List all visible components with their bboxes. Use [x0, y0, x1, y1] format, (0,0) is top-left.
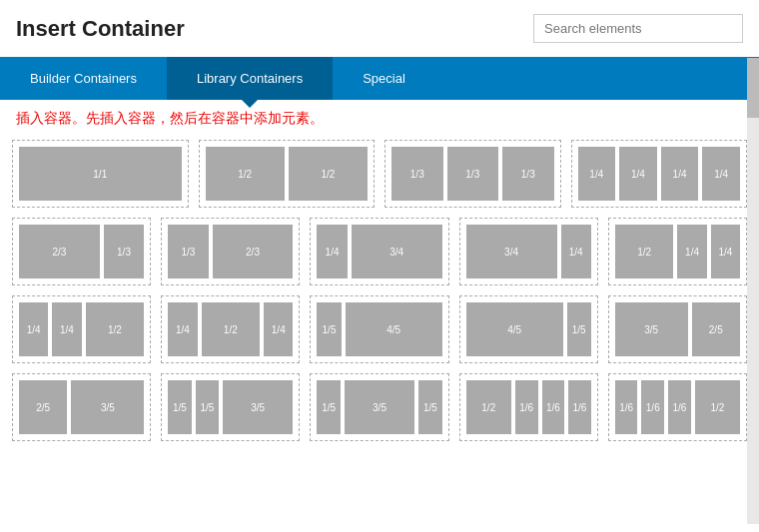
col-block: 1/6: [515, 380, 538, 434]
col-block: 2/5: [692, 302, 740, 356]
col-block: 2/5: [19, 380, 67, 434]
col-block: 1/3: [104, 225, 144, 278]
scrollbar-thumb[interactable]: [747, 58, 759, 118]
container-option-1-2[interactable]: 1/43/4: [310, 218, 448, 285]
tab-library-containers[interactable]: Library Containers: [167, 57, 333, 100]
col-block: 1/5: [418, 380, 441, 434]
container-option-3-0[interactable]: 2/53/5: [12, 373, 151, 441]
tabs-bar: Builder Containers Library Containers Sp…: [0, 57, 759, 100]
tab-special[interactable]: Special: [333, 57, 435, 100]
col-block: 3/5: [71, 380, 144, 434]
col-block: 3/4: [466, 225, 557, 278]
col-block: 1/6: [641, 380, 664, 434]
col-block: 1/4: [677, 225, 706, 278]
col-block: 1/5: [168, 380, 191, 434]
col-block: 1/5: [317, 302, 341, 356]
container-option-2-1[interactable]: 1/41/21/4: [161, 295, 300, 363]
col-block: 3/4: [352, 225, 442, 278]
col-block: 2/3: [19, 225, 100, 278]
search-input[interactable]: [533, 14, 743, 43]
container-option-0-0[interactable]: 1/1: [12, 140, 189, 208]
page-title: Insert Container: [16, 16, 185, 42]
col-block: 1/5: [317, 380, 340, 434]
col-block: 3/5: [223, 380, 293, 434]
col-block: 1/4: [264, 302, 293, 356]
grid-row-0: 1/11/21/21/31/31/31/41/41/41/4: [12, 140, 747, 208]
col-block: 1/5: [196, 380, 219, 434]
col-block: 3/5: [345, 380, 414, 434]
col-block: 1/4: [168, 302, 197, 356]
col-block: 1/2: [466, 380, 511, 434]
col-block: 2/3: [213, 225, 294, 278]
col-block: 1/3: [502, 147, 554, 201]
col-block: 1/2: [289, 147, 368, 201]
container-option-0-1[interactable]: 1/21/2: [199, 140, 376, 208]
container-option-2-0[interactable]: 1/41/41/2: [12, 295, 151, 363]
col-block: 1/2: [615, 225, 674, 278]
container-option-2-4[interactable]: 3/52/5: [608, 295, 747, 363]
col-block: 1/4: [578, 147, 616, 201]
col-block: 1/1: [19, 147, 182, 201]
container-option-0-2[interactable]: 1/31/31/3: [384, 140, 561, 208]
header: Insert Container: [0, 0, 759, 57]
col-block: 1/2: [206, 147, 285, 201]
scrollbar-track[interactable]: [747, 58, 759, 524]
col-block: 1/4: [619, 147, 657, 201]
col-block: 1/3: [447, 147, 499, 201]
container-option-1-4[interactable]: 1/21/41/4: [608, 218, 747, 285]
col-block: 1/4: [19, 302, 48, 356]
container-option-2-2[interactable]: 1/54/5: [310, 295, 448, 363]
container-option-0-3[interactable]: 1/41/41/41/4: [571, 140, 748, 208]
col-block: 1/4: [561, 225, 591, 278]
container-option-2-3[interactable]: 4/51/5: [459, 295, 598, 363]
col-block: 1/2: [202, 302, 261, 356]
container-option-3-2[interactable]: 1/53/51/5: [310, 373, 448, 441]
container-option-1-1[interactable]: 1/32/3: [161, 218, 300, 285]
instruction-text: 插入容器。先插入容器，然后在容器中添加元素。: [0, 100, 759, 134]
col-block: 1/2: [695, 380, 740, 434]
container-option-1-0[interactable]: 2/31/3: [12, 218, 151, 285]
col-block: 1/5: [567, 302, 591, 356]
col-block: 1/6: [568, 380, 591, 434]
col-block: 1/3: [168, 225, 208, 278]
col-block: 1/4: [702, 147, 740, 201]
col-block: 1/6: [542, 380, 565, 434]
col-block: 1/4: [52, 302, 81, 356]
col-block: 1/2: [86, 302, 145, 356]
container-option-3-4[interactable]: 1/61/61/61/2: [608, 373, 747, 441]
container-option-1-3[interactable]: 3/41/4: [459, 218, 598, 285]
col-block: 1/3: [391, 147, 443, 201]
grid-row-3: 2/53/51/51/53/51/53/51/51/21/61/61/61/61…: [12, 373, 747, 441]
col-block: 1/6: [668, 380, 691, 434]
grid-row-1: 2/31/31/32/31/43/43/41/41/21/41/4: [12, 218, 747, 285]
col-block: 1/4: [711, 225, 740, 278]
col-block: 3/5: [615, 302, 688, 356]
col-block: 1/4: [317, 225, 347, 278]
container-grid: 1/11/21/21/31/31/31/41/41/41/42/31/31/32…: [0, 134, 759, 524]
col-block: 4/5: [346, 302, 442, 356]
grid-row-2: 1/41/41/21/41/21/41/54/54/51/53/52/5: [12, 295, 747, 363]
col-block: 4/5: [466, 302, 563, 356]
tab-builder-containers[interactable]: Builder Containers: [0, 57, 167, 100]
container-option-3-3[interactable]: 1/21/61/61/6: [459, 373, 598, 441]
container-option-3-1[interactable]: 1/51/53/5: [161, 373, 300, 441]
col-block: 1/4: [661, 147, 699, 201]
col-block: 1/6: [615, 380, 638, 434]
